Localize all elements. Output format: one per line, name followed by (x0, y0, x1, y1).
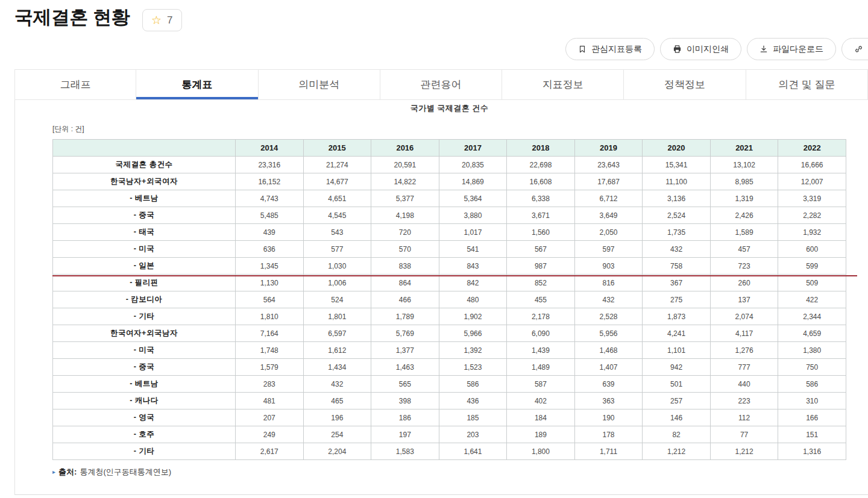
cell-value: 275 (643, 291, 711, 308)
cell-value: 903 (574, 258, 643, 275)
register-favorite-indicator-button[interactable]: 관심지표등록 (565, 38, 655, 60)
tab-bar: 그래프통계표의미분석관련용어지표정보정책정보의견 및 질문 (14, 69, 868, 100)
row-label: - 영국 (53, 409, 236, 426)
cell-value: 600 (778, 241, 846, 258)
cell-value: 942 (643, 359, 711, 376)
cell-value: 723 (710, 258, 778, 275)
cell-value: 2,204 (303, 443, 371, 460)
link-icon (854, 45, 863, 54)
cell-value: 1,101 (643, 342, 711, 359)
cell-value: 1,801 (303, 308, 371, 325)
tab-opinion-questions[interactable]: 의견 및 질문 (746, 69, 868, 100)
row-label: - 미국 (53, 241, 236, 258)
cell-value: 639 (574, 376, 643, 393)
cell-value: 1,583 (371, 443, 439, 460)
cell-value: 2,282 (778, 207, 846, 224)
cell-value: 398 (371, 393, 439, 409)
year-header: 2015 (303, 140, 371, 157)
favorite-badge[interactable]: ☆ 7 (142, 9, 182, 31)
row-label: - 베트남 (53, 376, 236, 393)
cell-value: 185 (439, 409, 507, 426)
cell-value: 2,528 (574, 308, 643, 325)
cell-value: 260 (710, 275, 778, 291)
star-icon: ☆ (151, 14, 162, 26)
cell-value: 436 (439, 393, 507, 409)
row-label: 한국여자+외국남자 (53, 325, 236, 342)
cell-value: 1,212 (710, 443, 778, 460)
cell-value: 6,338 (507, 190, 575, 207)
row-label: - 일본 (53, 258, 236, 275)
cell-value: 1,612 (303, 342, 371, 359)
cell-value: 1,377 (371, 342, 439, 359)
row-label: - 태국 (53, 224, 236, 241)
cell-value: 1,130 (236, 275, 304, 291)
cell-value: 112 (710, 409, 778, 426)
cell-value: 1,800 (507, 443, 575, 460)
cell-value: 4,545 (303, 207, 371, 224)
table-row: - 중국1,5791,4341,4631,5231,4891,407942777… (53, 359, 846, 376)
table-row: - 캐나다481465398436402363257223310 (53, 393, 846, 409)
tab-meaning-analysis[interactable]: 의미분석 (259, 69, 380, 100)
cell-value: 481 (236, 393, 304, 409)
cell-value: 16,608 (507, 173, 575, 190)
cell-value: 1,407 (574, 359, 643, 376)
cell-value: 17,687 (574, 173, 643, 190)
cell-value: 8,985 (710, 173, 778, 190)
cell-value: 3,319 (778, 190, 846, 207)
year-header: 2019 (574, 140, 643, 157)
cell-value: 1,873 (643, 308, 711, 325)
cell-value: 4,659 (778, 325, 846, 342)
year-header: 2014 (236, 140, 304, 157)
cell-value: 82 (643, 426, 711, 443)
row-label: - 중국 (53, 359, 236, 376)
year-header: 2018 (507, 140, 575, 157)
cell-value: 587 (507, 376, 575, 393)
cell-value: 4,117 (710, 325, 778, 342)
cell-value: 14,869 (439, 173, 507, 190)
cell-value: 636 (236, 241, 304, 258)
cell-value: 20,835 (439, 157, 507, 173)
cell-value: 1,463 (371, 359, 439, 376)
cell-value: 363 (574, 393, 643, 409)
table-row: - 기타2,6172,2041,5831,6411,8001,7111,2121… (53, 443, 846, 460)
cell-value: 20,591 (371, 157, 439, 173)
print-image-button[interactable]: 이미지인쇄 (660, 38, 741, 60)
cell-value: 1,560 (507, 224, 575, 241)
content-panel: 국가별 국제결혼 건수 [단위 : 건] 2014201520162017201… (14, 100, 868, 495)
tab-indicator-info[interactable]: 지표정보 (502, 69, 624, 100)
table-row: 국제결혼 총건수23,31621,27420,59120,83522,69823… (53, 157, 846, 173)
cell-value: 586 (778, 376, 846, 393)
download-icon (760, 45, 768, 54)
tab-related-terms[interactable]: 관련용어 (380, 69, 502, 100)
tab-statistics-table[interactable]: 통계표 (136, 69, 258, 100)
cell-value: 254 (303, 426, 371, 443)
cell-value: 567 (507, 241, 575, 258)
cell-value: 586 (439, 376, 507, 393)
cell-value: 2,178 (507, 308, 575, 325)
action-buttons: 관심지표등록이미지인쇄파일다운로드URL복사 (565, 38, 868, 60)
cell-value: 777 (710, 359, 778, 376)
tab-policy-info[interactable]: 정책정보 (624, 69, 746, 100)
source-note: ▸ 출처: 통계청(인구동태통계연보) (52, 467, 868, 478)
file-download-button[interactable]: 파일다운로드 (747, 38, 836, 60)
table-row: - 기타1,8101,8011,7891,9022,1782,5281,8732… (53, 308, 846, 325)
cell-value: 1,579 (236, 359, 304, 376)
cell-value: 186 (371, 409, 439, 426)
tab-graph[interactable]: 그래프 (14, 69, 136, 100)
cell-value: 2,617 (236, 443, 304, 460)
cell-value: 1,017 (439, 224, 507, 241)
table-row: - 중국5,4854,5454,1983,8803,6713,6492,5242… (53, 207, 846, 224)
copy-url-button[interactable]: URL복사 (841, 38, 868, 60)
cell-value: 14,677 (303, 173, 371, 190)
cell-value: 283 (236, 376, 304, 393)
action-button-label: 관심지표등록 (591, 44, 642, 55)
cell-value: 842 (439, 275, 507, 291)
source-text: 통계청(인구동태통계연보) (80, 467, 171, 478)
cell-value: 432 (303, 376, 371, 393)
cell-value: 190 (574, 409, 643, 426)
cell-value: 1,748 (236, 342, 304, 359)
cell-value: 6,712 (574, 190, 643, 207)
row-label: - 미국 (53, 342, 236, 359)
cell-value: 4,241 (643, 325, 711, 342)
cell-value: 4,651 (303, 190, 371, 207)
